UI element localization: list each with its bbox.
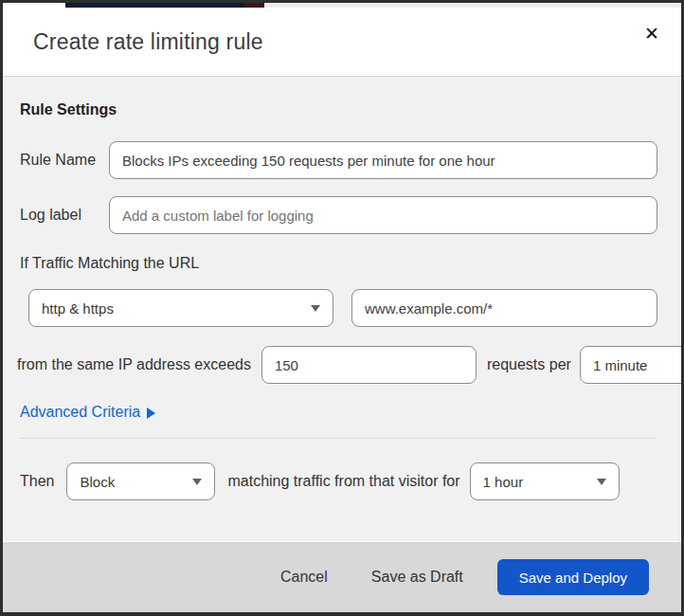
action-select-value: Block: [80, 474, 115, 490]
threshold-input[interactable]: [261, 346, 477, 384]
period-select-value: 1 minute: [593, 357, 648, 373]
duration-select[interactable]: 1 hour: [470, 462, 620, 500]
log-label-row: Log label: [17, 196, 657, 234]
rule-name-row: Rule Name: [17, 141, 657, 179]
save-as-draft-button[interactable]: Save as Draft: [360, 561, 475, 593]
create-rate-limiting-rule-dialog: Create rate limiting rule ✕ Rule Setting…: [0, 0, 684, 616]
chevron-down-icon: [597, 479, 606, 485]
log-label-input[interactable]: [109, 196, 657, 234]
duration-select-value: 1 hour: [483, 474, 524, 490]
section-divider: [20, 438, 656, 439]
dialog-header: Create rate limiting rule ✕: [3, 8, 681, 77]
dialog-body: Rule Settings Rule Name Log label If Tra…: [3, 77, 681, 541]
rule-name-label: Rule Name: [17, 152, 109, 169]
url-pattern-input[interactable]: [351, 289, 657, 327]
exceeds-text: from the same IP address exceeds: [17, 356, 251, 373]
dialog-title: Create rate limiting rule: [33, 29, 263, 55]
chevron-down-icon: [192, 479, 202, 485]
then-row: Then Block matching traffic from that vi…: [17, 462, 657, 500]
advanced-criteria-link[interactable]: Advanced Criteria: [17, 404, 155, 421]
advanced-criteria-label: Advanced Criteria: [20, 404, 140, 421]
save-and-deploy-button[interactable]: Save and Deploy: [497, 559, 649, 595]
matching-traffic-text: matching traffic from that visitor for: [227, 473, 459, 490]
cancel-button[interactable]: Cancel: [269, 561, 339, 593]
chevron-down-icon: [311, 305, 320, 312]
dialog-footer: Cancel Save as Draft Save and Deploy: [3, 541, 681, 612]
scheme-select-value: http & https: [42, 300, 114, 317]
action-select[interactable]: Block: [66, 462, 215, 500]
period-select[interactable]: 1 minute: [580, 346, 684, 384]
log-label-label: Log label: [17, 207, 109, 224]
close-icon[interactable]: ✕: [638, 19, 666, 47]
rule-name-input[interactable]: [109, 141, 657, 179]
url-match-row: http & https: [17, 289, 657, 327]
rule-settings-heading: Rule Settings: [17, 101, 657, 118]
traffic-matching-text: If Traffic Matching the URL: [17, 255, 657, 272]
requests-per-text: requests per: [487, 356, 571, 373]
expand-right-icon: [147, 408, 155, 419]
threshold-row: from the same IP address exceeds request…: [17, 346, 657, 384]
then-text: Then: [17, 473, 54, 490]
scheme-select[interactable]: http & https: [28, 289, 333, 327]
